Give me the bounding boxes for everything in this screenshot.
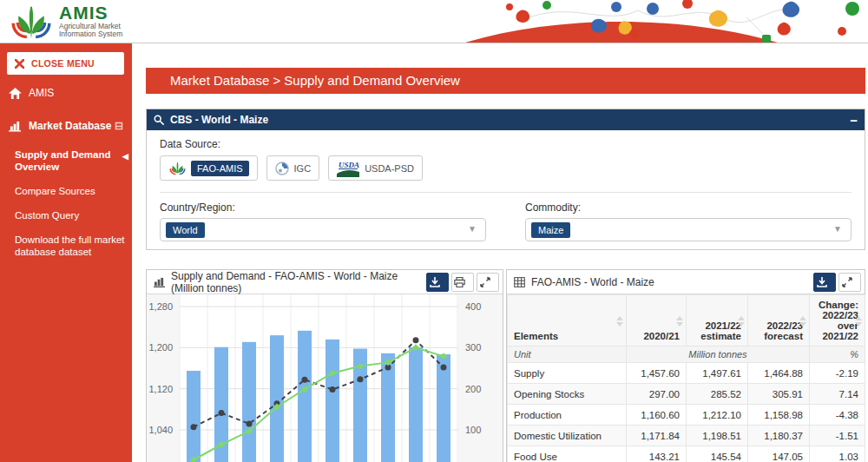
- table-download-button[interactable]: [813, 273, 836, 292]
- unit-value: Million tonnes: [627, 346, 810, 363]
- sort-icon: [799, 316, 806, 327]
- sub-item-label: Compare Sources: [15, 186, 95, 196]
- country-selected-chip: World: [166, 222, 205, 238]
- chart-area: 1,2804001,2003001,1202001,040100: [147, 294, 503, 462]
- table-expand-button[interactable]: [838, 273, 861, 292]
- fao-amis-logo-icon: [168, 161, 187, 176]
- value-cell: 305.91: [748, 384, 810, 405]
- source-button-igc[interactable]: IGC: [266, 155, 320, 181]
- sidebar-item-label: AMIS: [29, 87, 54, 99]
- chevron-down-icon: ▼: [468, 224, 477, 234]
- source-label: USDA-PSD: [365, 163, 414, 174]
- sidebar-item-compare-sources[interactable]: Compare Sources: [15, 179, 132, 203]
- chart-download-button[interactable]: [426, 273, 449, 292]
- svg-text:200: 200: [465, 384, 481, 394]
- expand-icon: [842, 277, 852, 287]
- chart-print-button[interactable]: [451, 273, 474, 292]
- sort-icon: [676, 316, 683, 327]
- element-name: Domestic Utilization: [508, 426, 627, 446]
- caret-left-icon: ◀: [122, 150, 128, 162]
- value-cell: 297.00: [627, 384, 687, 405]
- amis-logo: AMIS Agricultural Market Information Sys…: [9, 3, 122, 42]
- value-cell: 285.52: [687, 384, 748, 405]
- logo-subtitle-2: Information System: [59, 30, 122, 38]
- collapse-section-icon[interactable]: ⊟: [115, 120, 123, 132]
- svg-text:400: 400: [465, 301, 481, 312]
- value-cell: 1,160.60: [627, 405, 687, 426]
- svg-text:300: 300: [465, 342, 481, 353]
- sidebar-item-download-dataset[interactable]: Download the full market database datase…: [15, 228, 132, 264]
- svg-text:1,280: 1,280: [148, 301, 173, 312]
- column-header-2021-22-estimate[interactable]: 2021/22estimate: [687, 295, 748, 346]
- column-header-elements[interactable]: Elements: [508, 295, 627, 346]
- collapse-panel-button[interactable]: −: [850, 114, 858, 127]
- value-cell: 1,464.88: [748, 363, 810, 384]
- svg-text:100: 100: [465, 425, 481, 435]
- chart-expand-button[interactable]: [477, 273, 499, 292]
- source-button-fao-amis[interactable]: FAO-AMIS: [160, 155, 258, 181]
- value-cell: 143.21: [627, 446, 687, 462]
- column-header-change[interactable]: Change:2022/23over2021/22: [810, 295, 865, 346]
- sort-icon: [855, 316, 862, 327]
- filters-panel-title: CBS - World - Maize: [170, 114, 850, 126]
- print-icon: [454, 277, 465, 287]
- table-icon: [514, 277, 525, 287]
- unit-label: Unit: [508, 346, 627, 363]
- usda-logo-icon: USDA: [337, 160, 359, 177]
- home-icon: [9, 88, 22, 99]
- element-name: Opening Stocks: [508, 384, 627, 405]
- sidebar-item-amis[interactable]: AMIS: [0, 80, 132, 106]
- main-content: Market Database > Supply and Demand Over…: [132, 43, 868, 462]
- change-cell: 7.14: [810, 384, 865, 405]
- column-header-2020-21[interactable]: 2020/21: [627, 295, 687, 346]
- table-panel: FAO-AMIS - World - Maize Elements: [506, 269, 865, 462]
- country-select[interactable]: World ▼: [160, 218, 486, 241]
- logo-title: AMIS: [59, 3, 122, 23]
- sidebar-subnav: Supply and Demand Overview ◀ Compare Sou…: [0, 139, 132, 264]
- sidebar-item-label: Market Database: [29, 120, 115, 132]
- sub-item-label: Supply and Demand Overview: [15, 149, 111, 172]
- table-row: Food Use 143.21 145.54 147.05 1.03: [508, 446, 865, 462]
- filters-panel: CBS - World - Maize − Data Source: FAO-A…: [146, 109, 865, 250]
- value-cell: 1,198.51: [687, 426, 748, 446]
- country-label: Country/Region:: [160, 201, 486, 214]
- sub-item-label: Download the full market database datase…: [15, 234, 125, 257]
- column-header-2022-23-forecast[interactable]: 2022/23forecast: [748, 295, 810, 346]
- value-cell: 145.54: [687, 446, 748, 462]
- sidebar-item-custom-query[interactable]: Custom Query: [15, 203, 132, 228]
- svg-text:USDA: USDA: [339, 161, 359, 169]
- table-panel-title: FAO-AMIS - World - Maize: [531, 276, 811, 288]
- table-row: Domestic Utilization 1,171.84 1,198.51 1…: [508, 426, 865, 446]
- data-source-label: Data Source:: [160, 138, 852, 150]
- expand-icon: [480, 277, 490, 287]
- unit-row: Unit Million tonnes %: [508, 346, 865, 363]
- sidebar-item-supply-and-demand-overview[interactable]: Supply and Demand Overview ◀: [15, 142, 132, 179]
- search-icon: [154, 115, 164, 125]
- commodity-label: Commodity:: [525, 201, 852, 214]
- source-button-usda-psd[interactable]: USDA USDA-PSD: [328, 155, 423, 181]
- close-menu-label: CLOSE MENU: [31, 58, 95, 69]
- chart-panel-header: Supply and Demand - FAO-AMIS - World - M…: [147, 270, 503, 294]
- chevron-down-icon: ▼: [833, 224, 842, 234]
- change-cell: -4.38: [810, 405, 865, 426]
- value-cell: 1,497.61: [687, 363, 748, 384]
- commodity-select[interactable]: Maize ▼: [525, 218, 852, 241]
- chart-panel-title: Supply and Demand - FAO-AMIS - World - M…: [171, 270, 424, 294]
- sort-icon: [616, 316, 623, 327]
- change-cell: -1.51: [810, 426, 865, 446]
- close-menu-button[interactable]: CLOSE MENU: [7, 52, 124, 75]
- commodity-selected-chip: Maize: [531, 222, 570, 238]
- download-icon: [430, 277, 440, 287]
- sidebar-item-market-database[interactable]: Market Database ⊟: [0, 113, 132, 139]
- amis-logo-icon: [9, 3, 54, 42]
- download-icon: [817, 277, 827, 287]
- sidebar: CLOSE MENU AMIS Market Database ⊟ Supply…: [0, 43, 132, 462]
- bar-chart-icon: [154, 277, 165, 287]
- source-label: IGC: [294, 163, 312, 174]
- element-name: Production: [508, 405, 627, 426]
- supply-demand-table: Elements 2020/21 2021/22estimate 2022/23…: [507, 294, 865, 462]
- top-banner: AMIS Agricultural Market Information Sys…: [0, 0, 868, 43]
- sub-item-label: Custom Query: [15, 210, 79, 221]
- supply-demand-chart: 1,2804001,2003001,1202001,040100: [147, 294, 503, 462]
- table-row: Supply 1,457.60 1,497.61 1,464.88 -2.19: [508, 363, 865, 384]
